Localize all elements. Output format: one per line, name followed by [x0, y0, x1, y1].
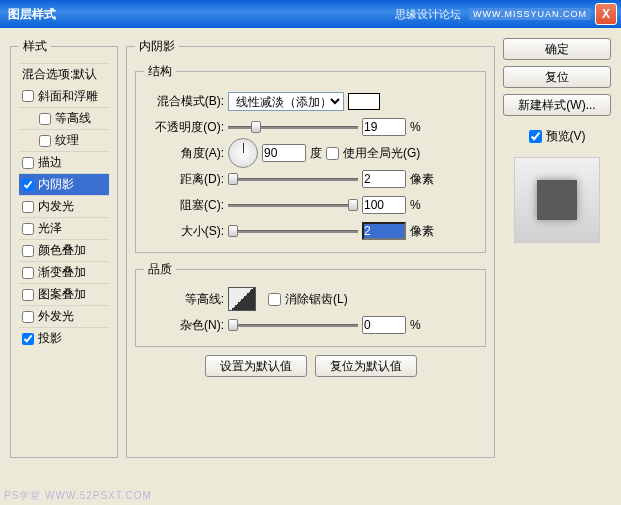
style-item-4[interactable]: 内阴影 — [19, 173, 109, 195]
effect-legend: 内阴影 — [135, 38, 179, 55]
quality-group: 品质 等高线: 消除锯齿(L) 杂色(N): % — [135, 261, 486, 347]
style-checkbox[interactable] — [22, 90, 34, 102]
contour-picker[interactable] — [228, 287, 256, 311]
style-checkbox[interactable] — [22, 311, 34, 323]
window-title: 图层样式 — [8, 6, 395, 23]
noise-slider[interactable] — [228, 318, 358, 332]
close-button[interactable]: X — [595, 3, 617, 25]
style-label: 描边 — [38, 154, 62, 171]
preview-label: 预览(V) — [546, 128, 586, 145]
titlebar: 图层样式 思缘设计论坛 WWW.MISSYUAN.COM X — [0, 0, 621, 28]
style-item-5[interactable]: 内发光 — [19, 195, 109, 217]
style-item-11[interactable]: 投影 — [19, 327, 109, 349]
style-item-8[interactable]: 渐变叠加 — [19, 261, 109, 283]
style-label: 内发光 — [38, 198, 74, 215]
style-label: 光泽 — [38, 220, 62, 237]
style-checkbox[interactable] — [39, 135, 51, 147]
opacity-input[interactable] — [362, 118, 406, 136]
blend-options-row[interactable]: 混合选项:默认 — [19, 63, 109, 85]
style-label: 纹理 — [55, 132, 79, 149]
style-label: 内阴影 — [38, 176, 74, 193]
style-item-9[interactable]: 图案叠加 — [19, 283, 109, 305]
size-label: 大小(S): — [144, 223, 224, 240]
opacity-slider[interactable] — [228, 120, 358, 134]
style-item-7[interactable]: 颜色叠加 — [19, 239, 109, 261]
style-checkbox[interactable] — [22, 223, 34, 235]
opacity-label: 不透明度(O): — [144, 119, 224, 136]
style-checkbox[interactable] — [39, 113, 51, 125]
spread-input[interactable] — [362, 196, 406, 214]
styles-legend: 样式 — [19, 38, 51, 55]
style-checkbox[interactable] — [22, 201, 34, 213]
noise-input[interactable] — [362, 316, 406, 334]
quality-legend: 品质 — [144, 261, 176, 278]
spread-label: 阻塞(C): — [144, 197, 224, 214]
blend-mode-select[interactable]: 线性减淡（添加） — [228, 92, 344, 111]
style-label: 等高线 — [55, 110, 91, 127]
angle-input[interactable] — [262, 144, 306, 162]
style-label: 图案叠加 — [38, 286, 86, 303]
noise-label: 杂色(N): — [144, 317, 224, 334]
reset-default-button[interactable]: 复位为默认值 — [315, 355, 417, 377]
set-default-button[interactable]: 设置为默认值 — [205, 355, 307, 377]
style-label: 斜面和浮雕 — [38, 88, 98, 105]
reset-button[interactable]: 复位 — [503, 66, 611, 88]
structure-legend: 结构 — [144, 63, 176, 80]
structure-group: 结构 混合模式(B): 线性减淡（添加） 不透明度(O): % 角度(A): — [135, 63, 486, 253]
distance-slider[interactable] — [228, 172, 358, 186]
ok-button[interactable]: 确定 — [503, 38, 611, 60]
style-checkbox[interactable] — [22, 179, 34, 191]
style-item-10[interactable]: 外发光 — [19, 305, 109, 327]
size-slider[interactable] — [228, 224, 358, 238]
style-label: 投影 — [38, 330, 62, 347]
preview-thumbnail — [514, 157, 600, 243]
blend-color-swatch[interactable] — [348, 93, 380, 110]
style-item-1[interactable]: 等高线 — [19, 107, 109, 129]
style-label: 渐变叠加 — [38, 264, 86, 281]
site-url: WWW.MISSYUAN.COM — [469, 8, 591, 20]
style-label: 外发光 — [38, 308, 74, 325]
close-icon: X — [602, 7, 610, 21]
style-checkbox[interactable] — [22, 333, 34, 345]
antialias-label: 消除锯齿(L) — [285, 291, 348, 308]
style-item-0[interactable]: 斜面和浮雕 — [19, 85, 109, 107]
spread-slider[interactable] — [228, 198, 358, 212]
contour-label: 等高线: — [144, 291, 224, 308]
size-input[interactable] — [362, 222, 406, 240]
style-label: 颜色叠加 — [38, 242, 86, 259]
watermark: PS学堂 WWW.52PSXT.COM — [4, 489, 152, 503]
antialias-checkbox[interactable] — [268, 293, 281, 306]
style-item-3[interactable]: 描边 — [19, 151, 109, 173]
blend-mode-label: 混合模式(B): — [144, 93, 224, 110]
global-light-label: 使用全局光(G) — [343, 145, 420, 162]
preview-checkbox[interactable] — [529, 130, 542, 143]
style-checkbox[interactable] — [22, 267, 34, 279]
style-checkbox[interactable] — [22, 289, 34, 301]
angle-dial[interactable] — [228, 138, 258, 168]
style-checkbox[interactable] — [22, 157, 34, 169]
angle-label: 角度(A): — [144, 145, 224, 162]
new-style-button[interactable]: 新建样式(W)... — [503, 94, 611, 116]
site-label: 思缘设计论坛 — [395, 7, 461, 22]
distance-input[interactable] — [362, 170, 406, 188]
style-checkbox[interactable] — [22, 245, 34, 257]
distance-label: 距离(D): — [144, 171, 224, 188]
global-light-checkbox[interactable] — [326, 147, 339, 160]
style-item-2[interactable]: 纹理 — [19, 129, 109, 151]
styles-list: 样式 混合选项:默认 斜面和浮雕等高线纹理描边内阴影内发光光泽颜色叠加渐变叠加图… — [10, 38, 118, 458]
style-item-6[interactable]: 光泽 — [19, 217, 109, 239]
effect-panel: 内阴影 结构 混合模式(B): 线性减淡（添加） 不透明度(O): % 角度(A… — [126, 38, 495, 458]
